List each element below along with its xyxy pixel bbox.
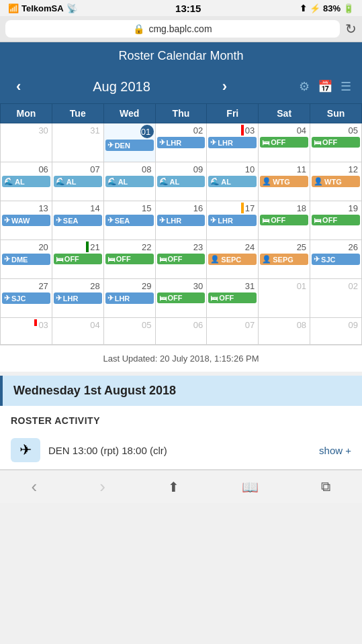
- weekday-sat: Sat: [259, 104, 310, 123]
- activity-off-19: 🛏 OFF: [312, 215, 360, 225]
- weekday-wed: Wed: [103, 104, 155, 123]
- calendar-cell-aug23[interactable]: 23 🛏 OFF: [155, 240, 207, 279]
- status-left: 📶 TelkomSA 📡: [8, 3, 77, 13]
- table-row: 30 31 01 ✈ DEN 02 ✈ LHR: [1, 123, 362, 162]
- calendar-cell-aug11[interactable]: 11 👤 WTG: [259, 162, 310, 201]
- activity-off-22: 🛏 OFF: [105, 254, 154, 264]
- activity-den: ✈ DEN: [105, 140, 154, 151]
- calendar-cell-sep07[interactable]: 07: [207, 318, 259, 345]
- calendar-cell-sep01[interactable]: 01: [259, 279, 310, 318]
- month-title: Aug 2018: [93, 79, 150, 95]
- wifi-icon: 📡: [66, 3, 77, 13]
- location-icon: ⬆: [300, 3, 307, 13]
- calendar-cell-aug10[interactable]: 10 🌊 AL: [207, 162, 259, 201]
- calendar-cell-sep05[interactable]: 05: [103, 318, 155, 345]
- activity-al-06: 🌊 AL: [2, 176, 50, 187]
- activity-sea-14: ✈ SEA: [54, 215, 102, 226]
- calendar-cell-aug08[interactable]: 08 🌊 AL: [103, 162, 155, 201]
- prev-month-button[interactable]: ‹: [11, 75, 26, 98]
- calendar-cell-aug30[interactable]: 30 🛏 OFF: [155, 279, 207, 318]
- calendar-cell-aug22[interactable]: 22 🛏 OFF: [103, 240, 155, 279]
- battery-level: 83%: [323, 3, 341, 13]
- status-right: ⬆ ⚡ 83% 🔋: [300, 3, 354, 13]
- show-button[interactable]: show +: [319, 445, 351, 456]
- calendar-cell-aug25[interactable]: 25 👤 SEPG: [259, 240, 310, 279]
- calendar-cell-aug09[interactable]: 09 🌊 AL: [155, 162, 207, 201]
- bookmark-button[interactable]: 📖: [242, 479, 259, 495]
- selected-day-panel: Wednesday 1st August 2018 ROSTER ACTIVIT…: [0, 376, 362, 470]
- calendar-cell-aug18[interactable]: 18 🛏 OFF: [259, 201, 310, 240]
- activity-waw-13: ✈ WAW: [2, 215, 50, 226]
- calendar-cell-aug03[interactable]: 03 ✈ LHR: [207, 123, 259, 162]
- table-row: 13 ✈ WAW 14 ✈ SEA 15 ✈ SEA 16 ✈: [1, 201, 362, 240]
- calendar-cell-sep04[interactable]: 04: [52, 318, 103, 345]
- carrier-name: TelkomSA: [21, 3, 64, 13]
- calendar-cell-aug28[interactable]: 28 ✈ LHR: [52, 279, 103, 318]
- browser-bar: 🔒 cmg.baplc.com ↻: [0, 16, 362, 42]
- activity-lhr-02: ✈ LHR: [157, 137, 206, 148]
- share-button[interactable]: ⬆: [168, 479, 179, 495]
- calendar-cell-aug12[interactable]: 12 👤 WTG: [310, 162, 362, 201]
- roster-activity-label: ROSTER ACTIVITY: [0, 406, 362, 431]
- activity-off-23: 🛏 OFF: [157, 254, 206, 264]
- selected-day-title: Wednesday 1st August 2018: [0, 376, 362, 406]
- activity-off-04: 🛏 OFF: [260, 137, 308, 148]
- calendar-cell-sep03[interactable]: 03: [1, 318, 52, 345]
- calendar-cell-aug13[interactable]: 13 ✈ WAW: [1, 201, 52, 240]
- calendar-cell-jul30[interactable]: 30: [1, 123, 52, 162]
- calendar-cell-aug29[interactable]: 29 ✈ LHR: [103, 279, 155, 318]
- calendar-cell-aug27[interactable]: 27 ✈ SJC: [1, 279, 52, 318]
- table-row: 20 ✈ DME 21 🛏 OFF 22 🛏 OFF: [1, 240, 362, 279]
- activity-al-07: 🌊 AL: [54, 176, 102, 187]
- calendar-cell-aug02[interactable]: 02 ✈ LHR: [155, 123, 207, 162]
- calendar-cell-sep09[interactable]: 09: [310, 318, 362, 345]
- weekday-fri: Fri: [207, 104, 259, 123]
- activity-off-21: 🛏 OFF: [54, 254, 102, 264]
- calendar-title: Roster Calendar Month: [0, 42, 362, 70]
- forward-button[interactable]: ›: [99, 476, 105, 497]
- calendar-grid: Mon Tue Wed Thu Fri Sat Sun 30 31 01 ✈ D…: [0, 103, 362, 345]
- back-button[interactable]: ‹: [32, 476, 38, 497]
- table-row: 27 ✈ SJC 28 ✈ LHR 29 ✈ LHR 30 �: [1, 279, 362, 318]
- activity-lhr-03: ✈ LHR: [208, 137, 257, 148]
- activity-al-10: 🌊 AL: [208, 176, 257, 187]
- weekday-mon: Mon: [1, 104, 52, 123]
- month-nav: ‹ Aug 2018 › ⚙ 📅 ☰: [0, 70, 362, 103]
- calendar-cell-aug15[interactable]: 15 ✈ SEA: [103, 201, 155, 240]
- calendar-cell-aug21[interactable]: 21 🛏 OFF: [52, 240, 103, 279]
- activity-sepc-24: 👤 SEPC: [208, 254, 257, 265]
- calendar-cell-aug20[interactable]: 20 ✈ DME: [1, 240, 52, 279]
- url-text: cmg.baplc.com: [148, 23, 212, 34]
- calendar-cell-sep08[interactable]: 08: [259, 318, 310, 345]
- calendar-cell-aug19[interactable]: 19 🛏 OFF: [310, 201, 362, 240]
- list-icon[interactable]: ☰: [341, 79, 351, 94]
- calendar-cell-aug01[interactable]: 01 ✈ DEN: [103, 123, 155, 162]
- calendar-cell-aug26[interactable]: 26 ✈ SJC: [310, 240, 362, 279]
- refresh-button[interactable]: ↻: [345, 21, 357, 37]
- activity-al-08: 🌊 AL: [105, 176, 154, 187]
- calendar-cell-aug17[interactable]: 17 ✈ LHR: [207, 201, 259, 240]
- next-month-button[interactable]: ›: [217, 75, 232, 98]
- battery-icon: 🔋: [343, 3, 354, 13]
- table-row: 03 04 05 06 07 08 09: [1, 318, 362, 345]
- last-updated: Last Updated: 20 July 2018, 1:15:26 PM: [0, 345, 362, 372]
- calendar-cell-aug07[interactable]: 07 🌊 AL: [52, 162, 103, 201]
- url-bar[interactable]: 🔒 cmg.baplc.com: [5, 20, 340, 38]
- calendar-icons: ⚙ 📅 ☰: [299, 79, 351, 94]
- calendar-cell-sep02[interactable]: 02: [310, 279, 362, 318]
- calendar-cell-aug24[interactable]: 24 👤 SEPC: [207, 240, 259, 279]
- calendar-cell-aug31[interactable]: 31 🛏 OFF: [207, 279, 259, 318]
- calendar-cell-aug06[interactable]: 06 🌊 AL: [1, 162, 52, 201]
- today-icon[interactable]: 📅: [318, 79, 332, 94]
- lock-icon: 🔒: [133, 23, 144, 34]
- calendar-cell-aug04[interactable]: 04 🛏 OFF: [259, 123, 310, 162]
- settings-icon[interactable]: ⚙: [299, 79, 310, 94]
- calendar-cell-aug16[interactable]: 16 ✈ LHR: [155, 201, 207, 240]
- tabs-button[interactable]: ⧉: [321, 479, 330, 494]
- calendar-cell-sep06[interactable]: 06: [155, 318, 207, 345]
- activity-off-31: 🛏 OFF: [208, 292, 257, 303]
- calendar-cell-aug05[interactable]: 05 🛏 OFF: [310, 123, 362, 162]
- calendar-cell-jul31[interactable]: 31: [52, 123, 103, 162]
- calendar-cell-aug14[interactable]: 14 ✈ SEA: [52, 201, 103, 240]
- activity-sea-15: ✈ SEA: [105, 215, 154, 226]
